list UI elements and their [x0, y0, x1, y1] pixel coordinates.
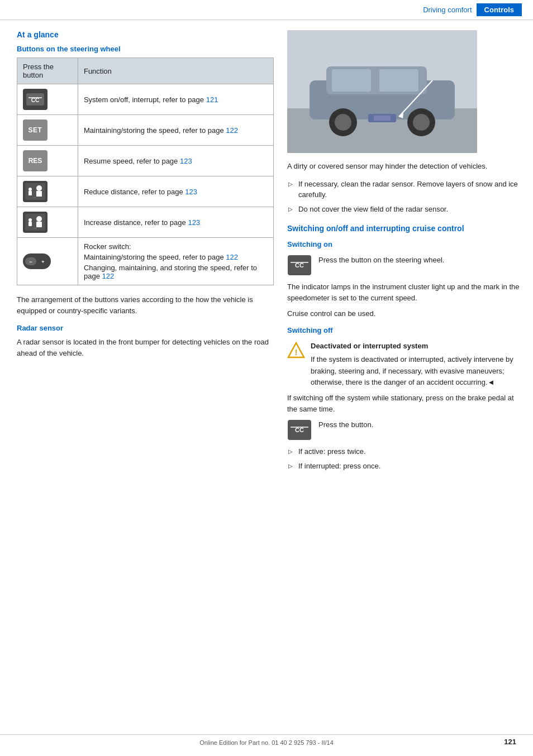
- arrangement-note: The arrangement of the buttons varies ac…: [17, 294, 274, 316]
- warning-title: Deactivated or interrupted system: [311, 341, 522, 352]
- rocker-switch-icon: − +: [23, 253, 51, 269]
- indicator-text: The indicator lamps in the instrument cl…: [287, 281, 522, 304]
- bullet-item-1: If necessary, clean the radar sensor. Re…: [287, 179, 522, 200]
- svg-point-12: [36, 216, 42, 222]
- func-cell-dist-down: Reduce distance, refer to page 123: [78, 176, 273, 207]
- dirty-sensor-text: A dirty or covered sensor may hinder the…: [287, 161, 522, 172]
- btn-cell-set: SET: [17, 115, 78, 146]
- page-link-123-dist-up[interactable]: 123: [188, 218, 200, 227]
- table-header-function: Function: [78, 58, 273, 84]
- sub-bullet-1: If active: press twice.: [287, 446, 522, 457]
- increase-dist-svg: →: [25, 213, 46, 231]
- press-button-text: Press the button.: [318, 419, 373, 430]
- btn-cell-cc: CC: [17, 84, 78, 115]
- svg-point-28: [413, 114, 430, 131]
- table-row: ← Reduce distance, refer to page 123: [17, 176, 274, 207]
- set-button-icon: SET: [23, 119, 47, 141]
- warning-row: ! Deactivated or interrupted system If t…: [287, 341, 522, 388]
- cc-icon-right: CC: [287, 255, 312, 276]
- header-driving-comfort: Driving comfort: [423, 6, 472, 14]
- car-image-inner: [287, 30, 477, 153]
- svg-point-4: [28, 188, 32, 191]
- svg-rect-23: [332, 69, 371, 92]
- svg-point-26: [335, 114, 351, 131]
- cc-svg-icon: CC: [25, 91, 45, 108]
- warning-svg: !: [287, 342, 305, 360]
- page-link-122-set[interactable]: 122: [226, 126, 238, 135]
- switching-off-title: Switching off: [287, 325, 522, 336]
- func-text-cc: System on/off, interrupt, refer to page: [84, 95, 206, 104]
- switch-section: Switching on/off and interrupting cruise…: [287, 223, 522, 471]
- svg-text:→: →: [34, 226, 37, 230]
- svg-rect-24: [379, 69, 418, 92]
- table-row: CC System on/off, interrupt, refer to pa…: [17, 84, 274, 115]
- table-row: → Increase distance, refer to page 123: [17, 207, 274, 238]
- buttons-table: Press the button Function CC: [17, 58, 274, 285]
- cc-small-icon-2: CC: [287, 419, 312, 441]
- radar-section: Radar sensor A radar sensor is located i…: [17, 324, 274, 358]
- btn-cell-res: RES: [17, 146, 78, 176]
- svg-rect-11: [28, 222, 32, 226]
- svg-rect-7: [36, 191, 42, 197]
- page-link-121-cc[interactable]: 121: [206, 95, 218, 104]
- car-image: [287, 30, 477, 153]
- sensor-bullet-list: If necessary, clean the radar sensor. Re…: [287, 179, 522, 215]
- table-row: SET Maintaining/storing the speed, refer…: [17, 115, 274, 146]
- page-link-122-rocker2[interactable]: 122: [102, 272, 115, 280]
- reduce-distance-icon: ←: [23, 181, 47, 202]
- car-illustration: [287, 30, 477, 153]
- rocker-func-1: Maintaining/storing the speed, refer to …: [84, 253, 268, 261]
- btn-cell-rocker: − +: [17, 238, 78, 285]
- bullet-item-2: Do not cover the view field of the radar…: [287, 204, 522, 215]
- rocker-func-title: Rocker switch:: [84, 242, 268, 251]
- svg-text:!: !: [295, 348, 298, 357]
- table-row: − + Rocker switch: Maintaining/storing t…: [17, 238, 274, 285]
- radar-title: Radar sensor: [17, 324, 274, 332]
- rocker-func-2: Changing, maintaining, and storing the s…: [84, 264, 268, 280]
- right-column: A dirty or covered sensor may hinder the…: [287, 30, 522, 480]
- switching-on-desc: Press the button on the steering wheel.: [318, 255, 444, 266]
- func-text-res: Resume speed, refer to page: [84, 157, 180, 165]
- svg-rect-5: [28, 191, 32, 195]
- sub-bullet-2: If interrupted: press once.: [287, 461, 522, 472]
- svg-rect-13: [36, 222, 42, 227]
- func-text-dist-down: Reduce distance, refer to page: [84, 188, 185, 196]
- switching-on-row: CC Press the button on the steering whee…: [287, 255, 522, 276]
- cc-button-icon: CC: [23, 89, 47, 110]
- at-a-glance-title: At a glance: [17, 30, 274, 39]
- page-link-122-rocker1[interactable]: 122: [226, 253, 238, 261]
- func-text-dist-up: Increase distance, refer to page: [84, 218, 188, 227]
- header-controls: Controls: [477, 3, 522, 16]
- stationary-text: If switching off the system while statio…: [287, 393, 522, 415]
- footer-text: Online Edition for Part no. 01 40 2 925 …: [199, 739, 334, 746]
- sub-bullet-list: If active: press twice. If interrupted: …: [287, 446, 522, 471]
- page-link-123-dist-down[interactable]: 123: [185, 188, 197, 196]
- switching-on-title: Switching on: [287, 239, 522, 250]
- table-header-button: Press the button: [17, 58, 78, 84]
- svg-text:←: ←: [34, 195, 37, 199]
- warning-text: If the system is deactivated or interrup…: [311, 354, 522, 387]
- press-button-row: CC Press the button.: [287, 419, 522, 441]
- func-cell-set: Maintaining/storing the speed, refer to …: [78, 115, 273, 146]
- svg-rect-30: [374, 116, 391, 121]
- page-link-123-res[interactable]: 123: [180, 157, 192, 165]
- radar-text: A radar sensor is located in the front b…: [17, 337, 274, 358]
- page-number: 121: [504, 738, 516, 746]
- svg-text:+: +: [41, 259, 44, 265]
- footer: Online Edition for Part no. 01 40 2 925 …: [0, 734, 533, 746]
- btn-cell-dist-down: ←: [17, 176, 78, 207]
- buttons-section-title: Buttons on the steering wheel: [17, 45, 274, 53]
- cc-icon-right-2: CC: [287, 419, 312, 441]
- cruise-text: Cruise control can be used.: [287, 308, 522, 319]
- right-content: A dirty or covered sensor may hinder the…: [287, 161, 522, 471]
- func-text-set: Maintaining/storing the speed, refer to …: [84, 126, 226, 135]
- warning-triangle-icon: !: [287, 342, 305, 360]
- svg-text:−: −: [29, 259, 32, 265]
- increase-distance-icon: →: [23, 212, 47, 233]
- svg-point-6: [36, 185, 42, 191]
- func-cell-rocker: Rocker switch: Maintaining/storing the s…: [78, 238, 273, 285]
- table-row: RES Resume speed, refer to page 123: [17, 146, 274, 176]
- reduce-dist-svg: ←: [25, 183, 46, 200]
- main-content: At a glance Buttons on the steering whee…: [0, 20, 533, 480]
- res-button-icon: RES: [23, 150, 47, 171]
